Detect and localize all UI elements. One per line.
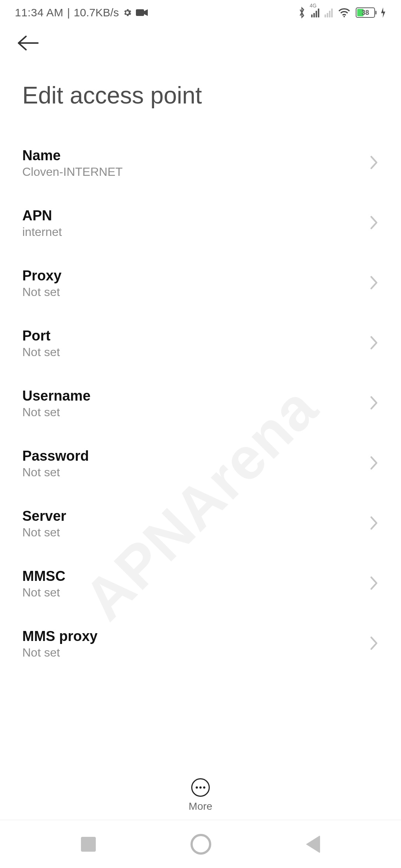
- svg-rect-0: [136, 9, 144, 16]
- settings-list: NameCloven-INTERNETAPNinternetProxyNot s…: [0, 120, 401, 676]
- chevron-right-icon: [369, 636, 379, 652]
- more-button[interactable]: More: [0, 778, 401, 812]
- signal-primary: 4G: [311, 8, 319, 17]
- chevron-right-icon: [369, 516, 379, 532]
- network-type-label: 4G: [310, 3, 317, 9]
- settings-label: MMSC: [22, 568, 65, 584]
- settings-text: PasswordNot set: [22, 448, 89, 479]
- settings-text: APNinternet: [22, 208, 62, 239]
- svg-point-1: [343, 16, 345, 17]
- gear-icon: [123, 8, 132, 17]
- settings-item-name[interactable]: NameCloven-INTERNET: [22, 135, 379, 195]
- chevron-right-icon: [369, 576, 379, 592]
- status-right-group: 4G 38: [298, 7, 386, 19]
- status-time: 11:34 AM: [15, 6, 63, 19]
- signal-secondary: [325, 8, 333, 17]
- settings-label: Name: [22, 148, 123, 164]
- bluetooth-icon: [298, 7, 306, 19]
- nav-back-button[interactable]: [306, 835, 320, 853]
- settings-item-port[interactable]: PortNot set: [22, 315, 379, 375]
- settings-value: Not set: [22, 646, 98, 660]
- status-separator: |: [67, 6, 70, 19]
- settings-value: Cloven-INTERNET: [22, 165, 123, 179]
- settings-label: MMS proxy: [22, 628, 98, 644]
- chevron-right-icon: [369, 335, 379, 352]
- settings-value: Not set: [22, 466, 89, 479]
- battery-percent: 38: [356, 9, 374, 17]
- settings-text: UsernameNot set: [22, 388, 91, 419]
- settings-text: MMS proxyNot set: [22, 628, 98, 660]
- settings-label: APN: [22, 208, 62, 224]
- chevron-right-icon: [369, 275, 379, 292]
- settings-label: Port: [22, 328, 60, 344]
- settings-item-mms-proxy[interactable]: MMS proxyNot set: [22, 616, 379, 676]
- settings-text: MMSCNot set: [22, 568, 65, 599]
- settings-value: Not set: [22, 345, 60, 359]
- settings-label: Username: [22, 388, 91, 404]
- wifi-icon: [338, 8, 351, 17]
- camera-icon: [136, 9, 148, 17]
- settings-label: Proxy: [22, 268, 62, 284]
- settings-label: Server: [22, 508, 66, 524]
- settings-item-password[interactable]: PasswordNot set: [22, 435, 379, 496]
- settings-item-server[interactable]: ServerNot set: [22, 496, 379, 556]
- settings-label: Password: [22, 448, 89, 464]
- settings-text: ProxyNot set: [22, 268, 62, 299]
- back-button[interactable]: [15, 34, 386, 53]
- battery-indicator: 38: [356, 7, 375, 18]
- status-net-speed: 10.7KB/s: [74, 6, 119, 19]
- system-nav-bar: [0, 820, 401, 868]
- page-title: Edit access point: [0, 53, 401, 120]
- chevron-right-icon: [369, 155, 379, 171]
- more-icon: [191, 778, 210, 797]
- status-left-group: 11:34 AM | 10.7KB/s: [15, 6, 148, 19]
- chevron-right-icon: [369, 215, 379, 231]
- settings-value: Not set: [22, 586, 65, 599]
- chevron-right-icon: [369, 395, 379, 412]
- nav-home-button[interactable]: [190, 834, 211, 855]
- settings-item-username[interactable]: UsernameNot set: [22, 375, 379, 435]
- settings-item-apn[interactable]: APNinternet: [22, 195, 379, 255]
- settings-text: NameCloven-INTERNET: [22, 148, 123, 179]
- settings-value: Not set: [22, 405, 91, 419]
- charging-icon: [380, 7, 386, 18]
- settings-value: Not set: [22, 526, 66, 539]
- settings-item-mmsc[interactable]: MMSCNot set: [22, 556, 379, 616]
- more-label: More: [189, 800, 212, 812]
- settings-value: Not set: [22, 285, 62, 299]
- chevron-right-icon: [369, 456, 379, 472]
- settings-text: PortNot set: [22, 328, 60, 359]
- settings-text: ServerNot set: [22, 508, 66, 539]
- settings-value: internet: [22, 225, 62, 239]
- settings-item-proxy[interactable]: ProxyNot set: [22, 255, 379, 315]
- status-bar: 11:34 AM | 10.7KB/s 4G 38: [0, 0, 401, 25]
- nav-recent-button[interactable]: [81, 837, 96, 852]
